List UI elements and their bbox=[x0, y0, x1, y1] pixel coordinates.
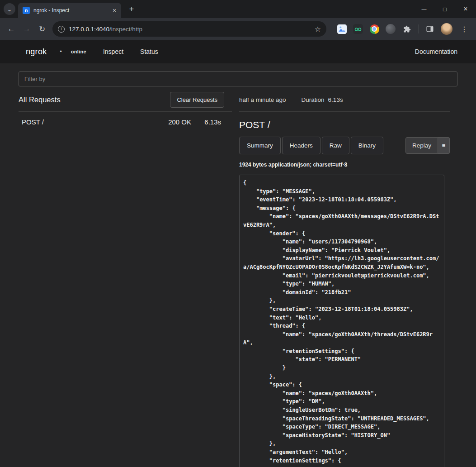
filter-input[interactable] bbox=[19, 71, 457, 86]
request-time-ago: half a minute ago bbox=[239, 96, 286, 103]
detail-panel: half a minute ago Duration6.13s POST / S… bbox=[239, 91, 450, 467]
request-body-box: { "type": "MESSAGE", "eventTime": "2023-… bbox=[239, 175, 444, 467]
requests-panel: All Requests Clear Requests POST / 200 O… bbox=[19, 91, 232, 132]
address-bar[interactable]: i 127.0.0.1:4040/inspect/http ☆ bbox=[52, 21, 326, 37]
tab-raw[interactable]: Raw bbox=[322, 137, 349, 154]
extensions-puzzle-icon[interactable] bbox=[401, 24, 412, 34]
online-status-badge: online bbox=[71, 49, 86, 54]
url-text: 127.0.0.1:4040/inspect/http bbox=[69, 26, 311, 33]
ngrok-favicon-icon: n bbox=[23, 7, 30, 14]
tab-close-icon[interactable]: × bbox=[110, 6, 118, 14]
site-info-icon[interactable]: i bbox=[58, 26, 65, 33]
request-row[interactable]: POST / 200 OK 6.13s bbox=[19, 112, 232, 132]
content-meta: 1924 bytes application/json; charset=utf… bbox=[239, 162, 450, 168]
chevron-down-icon: ⌄ bbox=[7, 6, 12, 13]
url-path: /inspect/http bbox=[109, 26, 142, 33]
browser-tab[interactable]: n ngrok - Inspect × bbox=[18, 3, 121, 18]
nav-item-status[interactable]: Status bbox=[140, 48, 158, 55]
forward-button[interactable]: → bbox=[19, 21, 34, 37]
side-panel-icon[interactable] bbox=[424, 24, 435, 34]
request-body-json: { "type": "MESSAGE", "eventTime": "2023-… bbox=[243, 179, 440, 465]
detail-panel-header: half a minute ago Duration6.13s bbox=[239, 91, 450, 112]
duration-label: Duration bbox=[302, 96, 325, 103]
browser-menu-icon[interactable]: ⋮ bbox=[458, 23, 471, 35]
window-controls: — □ × bbox=[414, 0, 476, 18]
detail-tabs: Summary Headers Raw Binary Replay ≡ bbox=[239, 137, 450, 154]
replay-group: Replay ≡ bbox=[405, 137, 450, 154]
status-dot: • bbox=[60, 48, 62, 55]
tab-strip: ⌄ n ngrok - Inspect × + — □ × bbox=[0, 0, 476, 18]
window-close-button[interactable]: × bbox=[455, 0, 476, 18]
nav-item-inspect[interactable]: Inspect bbox=[103, 48, 123, 55]
ngrok-header: ngrok • online Inspect Status Documentat… bbox=[0, 40, 476, 63]
request-method-path: POST / bbox=[22, 118, 168, 126]
minimize-button[interactable]: — bbox=[414, 0, 434, 18]
chrome-logo-icon[interactable] bbox=[369, 24, 380, 34]
browser-toolbar: ← → ↻ i 127.0.0.1:4040/inspect/http ☆ bbox=[0, 18, 476, 40]
all-requests-title: All Requests bbox=[19, 95, 61, 104]
toolbar-divider bbox=[419, 24, 419, 33]
tab-summary[interactable]: Summary bbox=[239, 137, 281, 154]
new-tab-button[interactable]: + bbox=[126, 3, 137, 15]
extension-icon-photos[interactable] bbox=[336, 24, 347, 34]
bookmark-star-icon[interactable]: ☆ bbox=[315, 25, 321, 33]
request-duration: 6.13s bbox=[200, 118, 221, 126]
toolbar-right-cluster: ⋮ bbox=[331, 23, 471, 35]
extension-icon-goggles[interactable] bbox=[353, 24, 363, 34]
profile-avatar[interactable] bbox=[441, 23, 452, 35]
replay-button[interactable]: Replay bbox=[405, 137, 438, 154]
back-button[interactable]: ← bbox=[4, 21, 19, 37]
browser-chrome: ⌄ n ngrok - Inspect × + — □ × ← → ↻ i 12… bbox=[0, 0, 476, 40]
extension-round-bg bbox=[386, 24, 396, 34]
ngrok-page: ngrok • online Inspect Status Documentat… bbox=[0, 40, 476, 467]
inspect-content: All Requests Clear Requests POST / 200 O… bbox=[0, 63, 476, 467]
tab-search-button[interactable]: ⌄ bbox=[4, 3, 15, 15]
replay-menu-icon[interactable]: ≡ bbox=[438, 137, 450, 154]
requests-panel-header: All Requests Clear Requests bbox=[19, 91, 232, 112]
extension-icon-round[interactable] bbox=[385, 24, 396, 34]
chrome-ball bbox=[370, 24, 379, 34]
detail-title: POST / bbox=[239, 119, 450, 130]
request-status: 200 OK bbox=[168, 118, 191, 126]
nav-item-documentation[interactable]: Documentation bbox=[415, 48, 457, 55]
maximize-button[interactable]: □ bbox=[434, 0, 455, 18]
url-host: 127.0.0.1:4040 bbox=[69, 26, 109, 33]
tab-headers[interactable]: Headers bbox=[282, 137, 320, 154]
ngrok-logo[interactable]: ngrok bbox=[26, 47, 47, 57]
extension-icon-goggles-bg bbox=[353, 24, 363, 34]
clear-requests-button[interactable]: Clear Requests bbox=[170, 92, 224, 108]
tab-title: ngrok - Inspect bbox=[33, 7, 107, 14]
request-duration-label: Duration6.13s bbox=[302, 96, 343, 103]
reload-button[interactable]: ↻ bbox=[34, 21, 50, 37]
tab-binary[interactable]: Binary bbox=[351, 137, 383, 154]
duration-value: 6.13s bbox=[328, 96, 343, 103]
